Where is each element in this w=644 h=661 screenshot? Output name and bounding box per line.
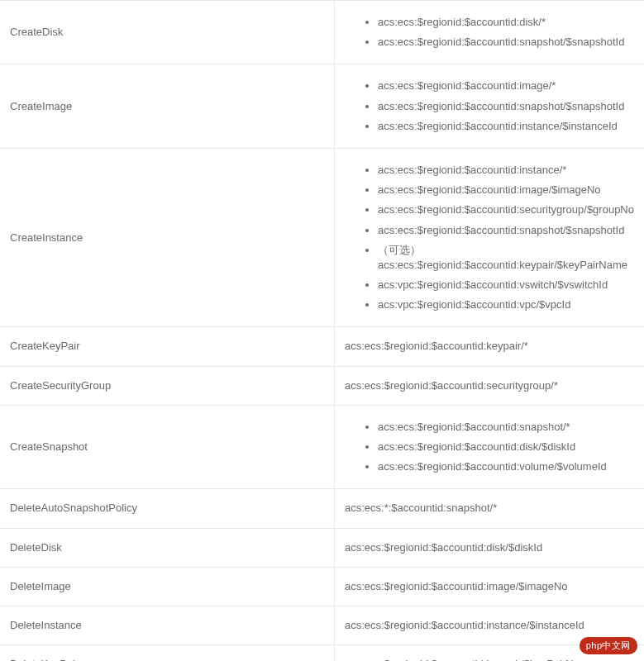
table-row: DeleteImageacs:ecs:$regionid:$accountid:… [0, 567, 644, 606]
action-cell: CreateDisk [0, 1, 334, 64]
resource-item: acs:ecs:$regionid:$accountid:instance/$i… [345, 619, 584, 631]
resource-item: acs:ecs:$regionid:$accountid:snapshot/* [378, 417, 634, 437]
resource-item: acs:ecs:$regionid:$accountid:instance/* [378, 160, 634, 180]
action-cell: DeleteKeyPairs [0, 645, 334, 661]
resource-item: acs:ecs:$regionid:$accountid:snapshot/$s… [378, 221, 634, 240]
resource-cell: acs:ecs:$regionid:$accountid:snapshot/*a… [334, 405, 644, 489]
table-row: DeleteKeyPairsacs:ecs:$regionid:$account… [0, 645, 644, 661]
resource-item: acs:ecs:$regionid:$accountid:image/$imag… [345, 580, 568, 592]
resource-cell: acs:ecs:$regionid:$accountid:disk/*acs:e… [334, 1, 644, 64]
resource-item: acs:ecs:$regionid:$accountid:image/* [378, 76, 634, 96]
resource-list: acs:ecs:$regionid:$accountid:disk/*acs:e… [345, 12, 634, 52]
resource-item: acs:ecs:$regionid:$accountid:snapshot/$s… [378, 32, 634, 52]
table-row: DeleteAutoSnapshotPolicyacs:ecs:*:$accou… [0, 489, 644, 528]
resource-item: acs:ecs:$regionid:$accountid:disk/$diskI… [378, 437, 634, 457]
resource-cell: acs:ecs:$regionid:$accountid:keypair/* [334, 327, 644, 366]
action-cell: DeleteInstance [0, 606, 334, 644]
resource-item: acs:ecs:*:$accountid:snapshot/* [345, 502, 497, 514]
action-cell: CreateSnapshot [0, 405, 334, 489]
resource-cell: acs:ecs:$regionid:$accountid:instance/*a… [334, 148, 644, 327]
resource-item: acs:ecs:$regionid:$accountid:securitygro… [378, 200, 634, 220]
resource-cell: acs:ecs:$regionid:$accountid:disk/$diskI… [334, 528, 644, 567]
resource-list: acs:ecs:$regionid:$accountid:image/*acs:… [345, 76, 634, 136]
table-row: CreateSecurityGroupacs:ecs:$regionid:$ac… [0, 366, 644, 405]
resource-cell: acs:ecs:*:$accountid:snapshot/* [334, 489, 644, 528]
resource-list: acs:ecs:$regionid:$accountid:instance/*a… [345, 160, 634, 316]
resource-item: （可选）acs:ecs:$regionid:$accountid:keypair… [378, 240, 634, 275]
table-row: CreateDiskacs:ecs:$regionid:$accountid:d… [0, 1, 644, 64]
action-cell: DeleteDisk [0, 528, 334, 567]
action-cell: CreateImage [0, 64, 334, 149]
action-cell: CreateInstance [0, 148, 334, 327]
table-row: CreateKeyPairacs:ecs:$regionid:$accounti… [0, 327, 644, 366]
resource-item: acs:ecs:$regionid:$accountid:image/$imag… [378, 180, 634, 200]
resource-item: acs:vpc:$regionid:$accountid:vpc/$vpcId [378, 295, 634, 315]
table-row: CreateInstanceacs:ecs:$regionid:$account… [0, 148, 644, 327]
action-cell: CreateSecurityGroup [0, 366, 334, 405]
resource-cell: acs:ecs:$regionid:$accountid:image/$imag… [334, 567, 644, 606]
resource-item: acs:ecs:$regionid:$accountid:securitygro… [345, 379, 558, 392]
table-row: DeleteDiskacs:ecs:$regionid:$accountid:d… [0, 528, 644, 567]
resource-item: acs:vpc:$regionid:$accountid:vswitch/$vs… [378, 275, 634, 295]
resource-cell: acs:ecs:$regionid:$accountid:securitygro… [334, 366, 644, 405]
action-cell: CreateKeyPair [0, 327, 334, 366]
resource-cell: acs:ecs:$regionid:$accountid:image/*acs:… [334, 64, 644, 149]
resource-item: acs:ecs:$regionid:$accountid:disk/* [378, 12, 634, 32]
resource-item: acs:ecs:$regionid:$accountid:keypair/* [345, 340, 528, 352]
action-cell: DeleteImage [0, 567, 334, 606]
resource-item: acs:ecs:$regionid:$accountid:keypair/$ke… [345, 658, 594, 661]
resource-list: acs:ecs:$regionid:$accountid:snapshot/*a… [345, 417, 634, 478]
table-row: DeleteInstanceacs:ecs:$regionid:$account… [0, 606, 644, 644]
resource-item: acs:ecs:$regionid:$accountid:snapshot/$s… [378, 97, 634, 117]
action-cell: DeleteAutoSnapshotPolicy [0, 489, 334, 528]
resource-item: acs:ecs:$regionid:$accountid:disk/$diskI… [345, 541, 542, 554]
resource-item: acs:ecs:$regionid:$accountid:instance/$i… [378, 117, 634, 136]
resource-item: acs:ecs:$regionid:$accountid:volume/$vol… [378, 457, 634, 477]
table-row: CreateSnapshotacs:ecs:$regionid:$account… [0, 405, 644, 489]
api-permissions-table: CreateDiskacs:ecs:$regionid:$accountid:d… [0, 0, 644, 661]
table-row: CreateImageacs:ecs:$regionid:$accountid:… [0, 64, 644, 149]
site-badge: php中文网 [580, 637, 637, 654]
